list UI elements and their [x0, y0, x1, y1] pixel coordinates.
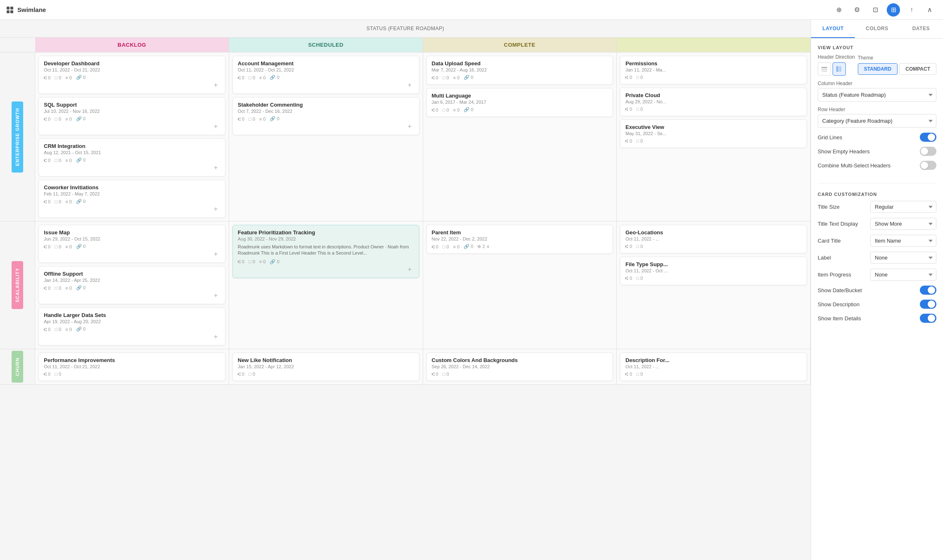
card-developer-dashboard[interactable]: Developer Dashboard Oct 11, 2022 - Oct 2… [38, 56, 225, 94]
card-meta: ⑆ 0 □ 0 ≡ 0 🔗 0 [44, 285, 220, 291]
add-card-btn[interactable]: + [212, 291, 220, 300]
show-date-bucket-label: Show Date/Bucket [818, 287, 862, 293]
row-header-select[interactable]: Category (Feature Roadmap) [818, 114, 936, 128]
layout-icon-horizontal[interactable] [818, 62, 831, 76]
card-sql-support[interactable]: SQL Support Jul 10, 2022 - Nov 16, 2022 … [38, 97, 225, 135]
card-add: + [44, 205, 220, 213]
card-new-like[interactable]: New Like Notification Jan 15, 2022 - Apr… [232, 353, 419, 381]
card-offline-support[interactable]: Offline Support Jan 14, 2022 - Apr 25, 2… [38, 266, 225, 304]
tab-colors[interactable]: COLORS [855, 20, 899, 38]
meta-item: □ 0 [55, 158, 61, 163]
card-feature-prioritization[interactable]: Feature Prioritization Tracking Aug 30, … [232, 225, 419, 278]
meta-item: ⑆ 0 [432, 372, 438, 377]
card-desc: Roadmunk uses Markdown to format text in… [238, 244, 414, 257]
card-private-cloud[interactable]: Private Cloud Aug 29, 2022 - No... ⑆ 0 □… [620, 88, 807, 116]
row-scalability-columns: Issue Map Jun 29, 2022 - Oct 15, 2022 ⑆ … [35, 222, 811, 349]
theme-label: Theme [858, 55, 936, 61]
meta-item: 🔗 0 [76, 199, 86, 204]
show-item-details-toggle[interactable] [920, 314, 936, 323]
meta-item: □ 0 [443, 244, 449, 249]
layout-icon-vertical[interactable] [833, 62, 846, 76]
title-text-display-select[interactable]: Show More [870, 218, 936, 230]
card-title-row: Card Title Item Name [818, 235, 936, 247]
card-title-select[interactable]: Item Name [870, 235, 936, 247]
item-progress-select[interactable]: None [870, 269, 936, 281]
show-empty-headers-label: Show Empty Headers [818, 148, 870, 155]
export-button[interactable]: ↑ [905, 3, 918, 17]
tab-layout[interactable]: LAYOUT [811, 20, 855, 38]
row-churn-columns: Performance Improvements Oct 11, 2022 - … [35, 349, 811, 384]
meta-item: ⑆ 0 [238, 259, 244, 264]
meta-item: 🔗 0 [76, 244, 86, 249]
cell-enterprise-backlog: Developer Dashboard Oct 11, 2022 - Oct 2… [35, 52, 229, 221]
show-description-toggle[interactable] [920, 300, 936, 309]
theme-compact-btn[interactable]: COMPACT [899, 63, 936, 75]
card-date: Oct 11, 2022 - Oct 21, 2022 [238, 67, 414, 72]
add-card-btn[interactable]: + [406, 81, 414, 89]
card-coworker[interactable]: Coworker Invitiations Feb 11, 2022 - May… [38, 180, 225, 218]
meta-item: ⑆ 0 [625, 276, 632, 281]
collapse-button[interactable]: ∧ [923, 3, 936, 17]
add-card-btn[interactable]: + [406, 122, 414, 131]
card-date: Nov 22, 2022 - Dec 2, 2022 [432, 236, 608, 241]
tab-dates[interactable]: DATES [899, 20, 943, 38]
card-issue-map[interactable]: Issue Map Jun 29, 2022 - Oct 15, 2022 ⑆ … [38, 225, 225, 263]
card-account-management[interactable]: Account Management Oct 11, 2022 - Oct 21… [232, 56, 419, 94]
cell-churn-fourth: Description For... Oct 11, 2022 - ... ⑆ … [617, 349, 811, 384]
add-card-btn[interactable]: + [406, 265, 414, 274]
card-parent-item[interactable]: Parent Item Nov 22, 2022 - Dec 2, 2022 ⑆… [426, 225, 613, 254]
card-multi-language[interactable]: Multi Language Jan 6, 2017 - Mar 24, 201… [426, 88, 613, 117]
cell-scalability-complete: Parent Item Nov 22, 2022 - Dec 2, 2022 ⑆… [423, 222, 617, 349]
title-size-select[interactable]: Regular [870, 201, 936, 213]
meta-item: ⊕ 2 ∨ [477, 244, 489, 249]
meta-item: ≡ 0 [453, 244, 460, 249]
combine-multiselect-toggle[interactable] [920, 161, 936, 170]
meta-item: ⑆ 0 [44, 117, 50, 122]
cell-scalability-scheduled: Feature Prioritization Tracking Aug 30, … [229, 222, 423, 349]
card-description-for[interactable]: Description For... Oct 11, 2022 - ... ⑆ … [620, 353, 807, 381]
grid-lines-toggle[interactable] [920, 133, 936, 142]
add-card-btn[interactable]: + [212, 333, 220, 341]
add-card-btn[interactable]: + [212, 250, 220, 258]
card-geo-locations[interactable]: Geo-Locations Oct 11, 2022 - ... ⑆ 0 □ 0 [620, 225, 807, 253]
card-meta: ⑆ 0 □ 0 ≡ 0 🔗 0 [432, 75, 608, 80]
grid-icon[interactable] [7, 7, 13, 13]
add-card-btn[interactable]: + [212, 205, 220, 213]
add-card-btn[interactable]: + [212, 81, 220, 89]
show-date-bucket-toggle[interactable] [920, 286, 936, 295]
card-custom-colors[interactable]: Custom Colors And Backgrounds Sep 26, 20… [426, 353, 613, 381]
theme-standard-btn[interactable]: STANDARD [858, 63, 898, 75]
card-stakeholder[interactable]: Stakeholder Commenting Oct 7, 2022 - Dec… [232, 97, 419, 135]
card-file-type[interactable]: File Type Supp... Oct 11, 2022 - Oct ...… [620, 257, 807, 285]
add-card-btn[interactable]: + [212, 122, 220, 131]
card-handle-larger[interactable]: Handle Larger Data Sets Apr 19, 2022 - A… [38, 307, 225, 346]
meta-item: ≡ 0 [65, 158, 72, 163]
meta-item: ⑆ 0 [625, 107, 632, 112]
meta-item: ⑆ 0 [432, 107, 438, 112]
show-empty-headers-toggle[interactable] [920, 147, 936, 156]
card-meta: ⑆ 0 □ 0 ≡ 0 🔗 0 [432, 107, 608, 112]
card-performance[interactable]: Performance Improvements Oct 11, 2022 - … [38, 353, 225, 381]
card-crm-integration[interactable]: CRM Integration Aug 12, 2021 - Oct 15, 2… [38, 138, 225, 176]
meta-item: □ 0 [636, 75, 643, 80]
card-executive-view[interactable]: Executive View May 31, 2022 - Se... ⑆ 0 … [620, 119, 807, 148]
add-card-btn[interactable]: + [212, 164, 220, 172]
meta-item: □ 0 [249, 259, 255, 264]
column-header-select[interactable]: Status (Feature Roadmap) [818, 88, 936, 102]
meta-item: □ 0 [249, 75, 255, 80]
add-button[interactable]: ⊕ [832, 3, 845, 17]
card-title: CRM Integration [44, 143, 220, 149]
meta-item: 🔗 0 [76, 75, 86, 80]
meta-item: □ 0 [55, 199, 61, 204]
card-permissions[interactable]: Permissions Jan 11, 2022 - Ma... ⑆ 0 □ 0 [620, 56, 807, 84]
cell-enterprise-scheduled: Account Management Oct 11, 2022 - Oct 21… [229, 52, 423, 221]
grid-lines-row: Grid Lines [818, 133, 936, 142]
meta-item: □ 0 [443, 75, 449, 80]
filter-button[interactable]: ⚙ [850, 3, 864, 17]
layout-button[interactable]: ⊞ [887, 3, 900, 17]
card-title: Performance Improvements [44, 357, 220, 363]
label-select[interactable]: None [870, 252, 936, 264]
card-title: Executive View [625, 124, 802, 130]
share-button[interactable]: ⊡ [869, 3, 882, 17]
card-data-upload[interactable]: Data Upload Speed Mar 7, 2022 - Aug 16, … [426, 56, 613, 85]
